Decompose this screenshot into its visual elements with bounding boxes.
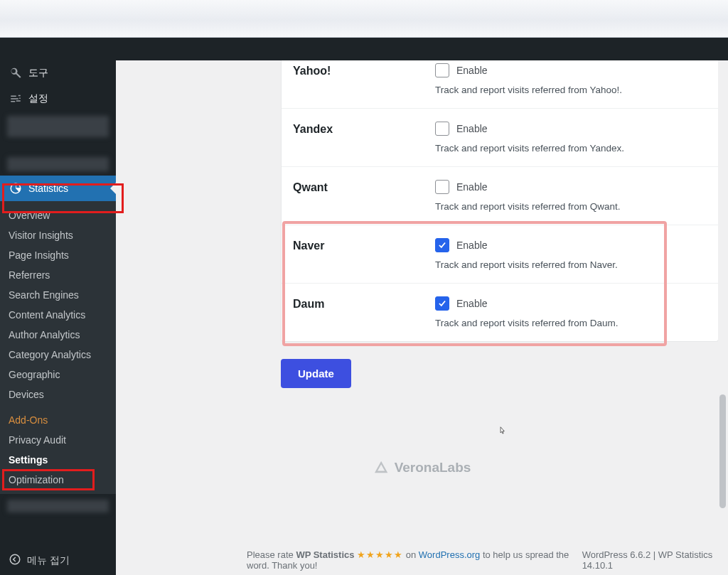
submenu-geographic[interactable]: Geographic	[0, 365, 116, 385]
blurred-item	[7, 157, 109, 171]
enable-label: Enable	[456, 298, 488, 309]
checkbox-yandex[interactable]	[435, 122, 449, 136]
engine-name: Naver	[293, 238, 435, 270]
submenu-content-analytics[interactable]: Content Analytics	[0, 305, 116, 325]
admin-sidebar: 도구 설정 Statistics Overview Visitor Insigh…	[0, 60, 116, 575]
checkbox-yahoo[interactable]	[435, 63, 449, 77]
row-yahoo: Yahoo! Enable Track and report visits re…	[282, 60, 718, 109]
enable-label: Enable	[456, 123, 488, 134]
submenu-devices[interactable]: Devices	[0, 385, 116, 404]
brand-text: VeronaLabs	[395, 460, 471, 475]
submenu-page-insights[interactable]: Page Insights	[0, 245, 116, 265]
sidebar-item-tools[interactable]: 도구	[0, 60, 116, 86]
wordpress-org-link[interactable]: WordPress.org	[419, 549, 480, 560]
enable-label: Enable	[456, 240, 488, 251]
viewport: 도구 설정 Statistics Overview Visitor Insigh…	[0, 60, 728, 575]
sidebar-item-settings[interactable]: 설정	[0, 86, 116, 112]
checkbox-qwant[interactable]	[435, 180, 449, 194]
submenu-search-engines[interactable]: Search Engines	[0, 285, 116, 305]
main-content: Yahoo! Enable Track and report visits re…	[116, 60, 728, 575]
sliders-icon	[9, 92, 23, 106]
submenu-privacy-audit[interactable]: Privacy Audit	[0, 430, 116, 450]
engine-desc: Track and report visits referred from Na…	[435, 259, 698, 270]
checkbox-naver[interactable]	[435, 238, 449, 252]
submenu-settings[interactable]: Settings	[0, 450, 116, 470]
footer-version: WordPress 6.6.2 | WP Statistics 14.10.1	[582, 549, 721, 571]
submenu-optimization[interactable]: Optimization	[0, 470, 116, 490]
update-button[interactable]: Update	[281, 359, 351, 388]
vertical-scrollbar[interactable]	[718, 60, 727, 575]
submenu-visitor-insights[interactable]: Visitor Insights	[0, 225, 116, 245]
checkbox-daum[interactable]	[435, 296, 449, 311]
row-qwant: Qwant Enable Track and report visits ref…	[282, 167, 718, 225]
sidebar-item-label: Statistics	[28, 183, 68, 194]
statistics-submenu: Overview Visitor Insights Page Insights …	[0, 201, 116, 494]
pie-chart-icon	[9, 181, 23, 195]
engine-name: Qwant	[293, 180, 435, 212]
engine-desc: Track and report visits referred from Ya…	[435, 143, 698, 154]
enable-label: Enable	[456, 65, 488, 76]
veronalabs-brand: VeronaLabs	[373, 460, 471, 475]
engine-desc: Track and report visits referred from Ya…	[435, 85, 698, 95]
collapse-icon	[9, 553, 21, 568]
submenu-category-analytics[interactable]: Category Analytics	[0, 345, 116, 365]
submenu-addons[interactable]: Add-Ons	[0, 410, 116, 430]
engine-name: Yahoo!	[293, 63, 435, 95]
blurred-item	[7, 116, 109, 137]
engine-name: Daum	[293, 296, 435, 328]
enable-label: Enable	[456, 181, 488, 193]
search-engines-settings-card: Yahoo! Enable Track and report visits re…	[281, 60, 719, 342]
sidebar-item-label: 설정	[28, 92, 48, 105]
wp-admin-toolbar[interactable]	[0, 38, 728, 60]
footer-left: Please rate WP Statistics ★★★★★ on WordP…	[247, 549, 582, 571]
collapse-label: 메뉴 접기	[27, 554, 70, 567]
engine-desc: Track and report visits referred from Da…	[435, 318, 698, 328]
submenu-overview[interactable]: Overview	[0, 205, 116, 225]
sidebar-item-label: 도구	[28, 67, 48, 80]
engine-name: Yandex	[293, 122, 435, 154]
mouse-cursor-icon	[498, 424, 508, 438]
collapse-menu[interactable]: 메뉴 접기	[0, 546, 116, 575]
admin-footer: Please rate WP Statistics ★★★★★ on WordP…	[247, 549, 721, 571]
browser-chrome	[0, 0, 728, 38]
rating-stars[interactable]: ★★★★★	[357, 549, 403, 560]
wrench-icon	[9, 66, 23, 80]
row-daum: Daum Enable Track and report visits refe…	[282, 284, 718, 341]
sidebar-item-statistics[interactable]: Statistics	[0, 176, 116, 201]
blurred-item	[7, 500, 109, 512]
submenu-referrers[interactable]: Referrers	[0, 265, 116, 285]
row-yandex: Yandex Enable Track and report visits re…	[282, 109, 718, 167]
submenu-author-analytics[interactable]: Author Analytics	[0, 325, 116, 345]
engine-desc: Track and report visits referred from Qw…	[435, 201, 698, 212]
svg-point-0	[10, 554, 20, 564]
row-naver: Naver Enable Track and report visits ref…	[282, 225, 718, 284]
